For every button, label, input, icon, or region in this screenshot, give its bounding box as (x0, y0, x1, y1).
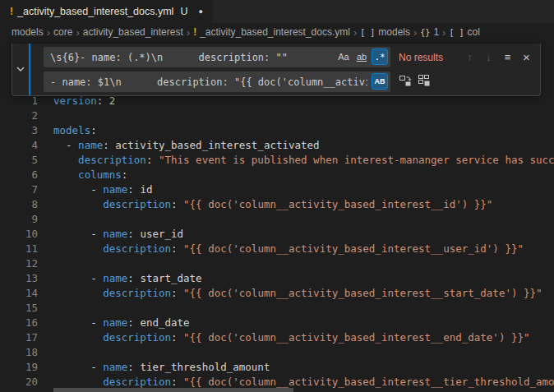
breadcrumb-label: col (467, 26, 479, 38)
breadcrumb-item-activity_based_interest[interactable]: activity_based_interest (83, 26, 183, 38)
results-count: No results (399, 52, 459, 63)
line-number: 8 (0, 198, 38, 213)
line-number: 17 (0, 331, 38, 346)
breadcrumb-item-col[interactable]: [ ]col (449, 26, 479, 38)
find-widget-body: \s{6}- name: (.*)\n description: "" Aa a… (29, 44, 540, 95)
previous-match-button[interactable]: ↑ (461, 48, 478, 66)
code-line: - name: id (53, 183, 554, 198)
modified-indicator[interactable]: ● (198, 7, 202, 16)
breadcrumb-label: models (378, 26, 410, 38)
code-line: models: (53, 124, 554, 139)
breadcrumb: models›core›activity_based_interest›!_ac… (0, 23, 554, 41)
gutter: 1234567891011121314151617181920 (0, 95, 38, 390)
code-lines: version: 2models: - name: activity_based… (53, 95, 554, 390)
replace-input[interactable]: - name: $1\n description: "{{ doc('colum… (44, 71, 390, 92)
code-line (53, 257, 554, 272)
code-line (53, 109, 554, 124)
replace-value-text: - name: $1\n description: "{{ doc('colum… (50, 76, 367, 88)
next-match-button[interactable]: ↓ (480, 48, 497, 66)
breadcrumb-item-models[interactable]: models (12, 26, 44, 38)
line-number: 20 (0, 376, 38, 390)
breadcrumb-separator: › (47, 26, 50, 39)
find-row: \s{6}- name: (.*)\n description: "" Aa a… (44, 47, 537, 67)
breadcrumb-item-core[interactable]: core (53, 26, 72, 38)
line-number: 6 (0, 168, 38, 183)
close-find-button[interactable]: × (518, 48, 535, 66)
code-line (53, 213, 554, 228)
editor-pane[interactable]: \s{6}- name: (.*)\n description: "" Aa a… (0, 41, 554, 392)
line-number: 10 (0, 228, 38, 242)
file-warning-icon: ! (193, 26, 196, 38)
breadcrumb-label: core (53, 26, 72, 38)
code-line: columns: (53, 168, 554, 183)
replace-all-button[interactable] (415, 73, 432, 90)
line-number: 12 (0, 257, 38, 272)
replace-icon (399, 74, 412, 90)
code-line (53, 302, 554, 316)
tab-filename: _activity_based_interest_docs.yml (17, 6, 173, 17)
line-number: 11 (0, 242, 38, 257)
code-line: description: "{{ doc('column__activity_b… (53, 242, 554, 257)
chevron-down-icon (16, 62, 25, 77)
code-line (53, 346, 554, 361)
line-number: 14 (0, 287, 38, 302)
code-line: - name: activity_based_interest_activate… (53, 139, 554, 154)
toggle-replace-button[interactable] (12, 44, 29, 95)
symbol-array-icon: [ ] (360, 28, 375, 37)
vscode-window: ! _activity_based_interest_docs.yml U ● … (0, 0, 554, 392)
find-in-selection-button[interactable]: ≡ (499, 48, 516, 66)
symbol-object-icon: {} (420, 28, 430, 37)
line-number: 18 (0, 346, 38, 361)
breadcrumb-item-1[interactable]: {}1 (420, 26, 439, 38)
replace-all-icon (418, 74, 431, 90)
preserve-case-button[interactable]: AB (372, 73, 388, 90)
line-number: 4 (0, 139, 38, 154)
code-line: - name: user_id (53, 228, 554, 242)
line-number: 13 (0, 272, 38, 287)
line-number: 16 (0, 316, 38, 331)
line-number: 19 (0, 361, 38, 376)
code-line: - name: start_date (53, 272, 554, 287)
code-line: description: "{{ doc('column__activity_b… (53, 198, 554, 213)
breadcrumb-label: 1 (433, 26, 439, 38)
breadcrumb-label: models (12, 26, 44, 38)
file-warning-icon: ! (10, 6, 13, 17)
find-input[interactable]: \s{6}- name: (.*)\n description: "" Aa a… (44, 47, 390, 67)
match-case-button[interactable]: Aa (335, 48, 352, 65)
tab-bar: ! _activity_based_interest_docs.yml U ● (0, 0, 554, 23)
breadcrumb-separator: › (353, 26, 357, 39)
horizontal-scrollbar[interactable] (53, 388, 293, 392)
replace-button[interactable] (396, 73, 413, 90)
breadcrumb-label: activity_based_interest (83, 26, 183, 38)
breadcrumb-item-_activity_based_interest_docs.yml[interactable]: !_activity_based_interest_docs.yml (193, 26, 350, 38)
code-line: description: "This event is published wh… (53, 154, 554, 168)
whole-word-button[interactable]: ab (353, 48, 370, 65)
code-line: description: "{{ doc('column__activity_b… (53, 287, 554, 302)
line-number: 15 (0, 302, 38, 316)
line-number: 5 (0, 154, 38, 168)
regex-button[interactable]: .* (372, 48, 388, 65)
breadcrumb-separator: › (76, 26, 79, 39)
breadcrumb-item-models[interactable]: [ ]models (360, 26, 410, 38)
code-line: version: 2 (53, 95, 554, 109)
replace-row: - name: $1\n description: "{{ doc('colum… (44, 71, 537, 92)
line-number: 1 (0, 95, 38, 109)
breadcrumb-separator: › (442, 26, 446, 39)
git-status-badge: U (180, 6, 187, 17)
find-widget: \s{6}- name: (.*)\n description: "" Aa a… (12, 44, 541, 96)
tab-active-file[interactable]: ! _activity_based_interest_docs.yml U ● (0, 0, 213, 23)
breadcrumb-separator: › (187, 26, 190, 39)
find-query-text: \s{6}- name: (.*)\n description: "" (50, 52, 331, 63)
breadcrumb-label: _activity_based_interest_docs.yml (200, 26, 350, 38)
code-line: - name: tier_threshold_amount (53, 361, 554, 376)
breadcrumb-separator: › (413, 26, 417, 39)
line-number: 3 (0, 124, 38, 139)
symbol-array-icon: [ ] (449, 28, 464, 37)
code-line: description: "{{ doc('column__activity_b… (53, 331, 554, 346)
find-options: Aa ab .* (335, 48, 388, 65)
line-number: 2 (0, 109, 38, 124)
line-number: 9 (0, 213, 38, 228)
code-line: - name: end_date (53, 316, 554, 331)
line-number: 7 (0, 183, 38, 198)
